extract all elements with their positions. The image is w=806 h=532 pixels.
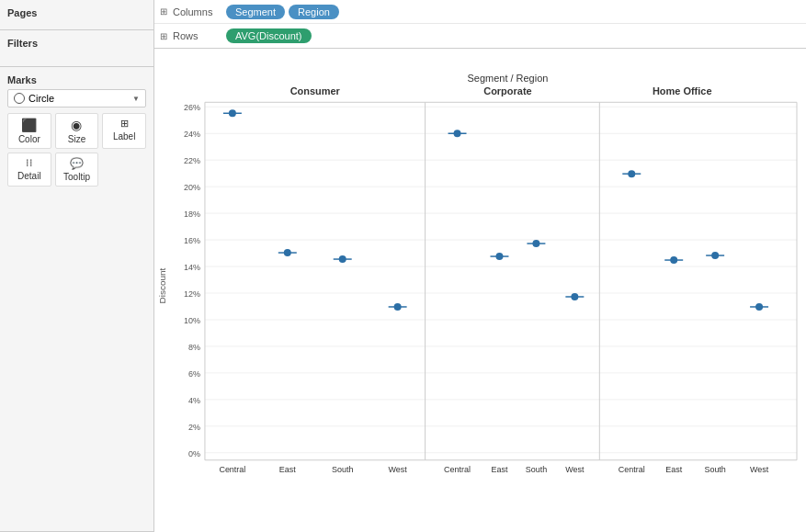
circle-icon <box>14 93 25 104</box>
dot-ho-central[interactable] <box>628 170 635 177</box>
dot-ho-west[interactable] <box>755 303 763 311</box>
xlabel-consumer-west: West <box>388 465 407 474</box>
dot-ho-east[interactable] <box>670 256 677 264</box>
rows-label: Rows <box>173 30 219 41</box>
y-26: 26% <box>184 103 200 112</box>
y-22: 22% <box>184 156 200 165</box>
label-icon: ⊞ <box>120 118 129 130</box>
columns-grid-icon: ⊞ <box>160 6 167 17</box>
columns-row: ⊞ Columns Segment Region <box>154 0 806 24</box>
rows-row: ⊞ Rows AVG(Discount) <box>154 24 806 48</box>
marks-type-dropdown[interactable]: Circle ▼ <box>7 89 146 108</box>
y-16: 16% <box>184 236 200 245</box>
marks-section: Marks Circle ▼ ⬛ Color ◉ Size ⊞ Label ⁞⁞ <box>0 67 153 532</box>
xlabel-corporate-south: South <box>526 465 547 474</box>
y-24: 24% <box>184 130 200 139</box>
filters-section: Filters <box>0 30 153 67</box>
color-label: Color <box>18 134 40 144</box>
xlabel-corporate-west: West <box>565 465 585 474</box>
marks-type-label: Circle <box>28 93 54 104</box>
y-20: 20% <box>184 183 200 192</box>
dot-corporate-south[interactable] <box>532 240 539 247</box>
detail-label: Detail <box>17 171 41 181</box>
chart-title: Segment / Region <box>468 73 549 84</box>
dot-corporate-east[interactable] <box>495 253 503 260</box>
y-8: 8% <box>188 343 200 352</box>
marks-title: Marks <box>7 74 146 85</box>
xlabel-corporate-central: Central <box>444 465 471 474</box>
tooltip-icon: 💬 <box>70 157 84 170</box>
region-pill[interactable]: Region <box>289 5 339 19</box>
segment-corporate: Corporate <box>483 85 531 96</box>
xlabel-consumer-south: South <box>332 465 353 474</box>
dot-consumer-east[interactable] <box>284 249 291 256</box>
size-button[interactable]: ◉ Size <box>55 113 99 149</box>
y-6: 6% <box>188 369 200 379</box>
header-rows: ⊞ Columns Segment Region ⊞ Rows AVG(Disc… <box>154 0 806 49</box>
color-icon: ⬛ <box>21 118 37 132</box>
segment-pill[interactable]: Segment <box>226 5 285 19</box>
rows-grid-icon: ⊞ <box>160 31 167 41</box>
right-area: ⊞ Columns Segment Region ⊞ Rows AVG(Disc… <box>154 0 806 532</box>
pages-section: Pages <box>0 0 153 30</box>
size-label: Size <box>68 134 85 144</box>
dot-corporate-central[interactable] <box>454 130 461 137</box>
marks-grid: ⬛ Color ◉ Size ⊞ Label ⁞⁞ Detail 💬 Toolt… <box>7 113 146 187</box>
xlabel-corporate-east: East <box>491 465 507 474</box>
dot-consumer-central[interactable] <box>229 109 236 117</box>
avg-discount-pill[interactable]: AVG(Discount) <box>226 28 312 43</box>
y-12: 12% <box>184 289 200 299</box>
tooltip-label: Tooltip <box>63 172 90 182</box>
label-label: Label <box>113 131 135 141</box>
pages-title: Pages <box>7 7 146 18</box>
size-icon: ◉ <box>71 118 82 132</box>
y-0: 0% <box>188 449 200 458</box>
y-axis-label: Discount <box>157 267 167 303</box>
xlabel-ho-east: East <box>665 465 682 474</box>
y-14: 14% <box>184 263 200 272</box>
dot-corporate-west[interactable] <box>571 293 578 300</box>
chart-svg: Segment / Region Consumer Corporate Home… <box>154 49 806 532</box>
dot-ho-south[interactable] <box>711 252 719 259</box>
xlabel-ho-central: Central <box>619 465 645 474</box>
chart-container: Segment / Region Consumer Corporate Home… <box>154 49 806 532</box>
dot-consumer-west[interactable] <box>394 303 402 311</box>
label-button[interactable]: ⊞ Label <box>102 113 146 149</box>
detail-button[interactable]: ⁞⁞ Detail <box>7 153 51 187</box>
y-2: 2% <box>188 423 200 432</box>
color-button[interactable]: ⬛ Color <box>7 113 51 149</box>
detail-icon: ⁞⁞ <box>26 157 33 169</box>
xlabel-ho-west: West <box>750 465 769 474</box>
y-18: 18% <box>184 209 200 219</box>
left-panel: Pages Filters Marks Circle ▼ ⬛ Color ◉ S… <box>0 0 154 532</box>
columns-label: Columns <box>173 6 219 17</box>
dropdown-arrow-icon: ▼ <box>132 95 140 103</box>
segment-homeoffice: Home Office <box>653 85 712 96</box>
tooltip-button[interactable]: 💬 Tooltip <box>55 153 99 187</box>
y-4: 4% <box>188 396 200 405</box>
y-10: 10% <box>184 316 200 325</box>
segment-consumer: Consumer <box>290 85 341 96</box>
dot-consumer-south[interactable] <box>339 255 346 263</box>
filters-title: Filters <box>7 38 146 49</box>
xlabel-consumer-central: Central <box>219 465 245 474</box>
xlabel-ho-south: South <box>704 465 725 474</box>
xlabel-consumer-east: East <box>279 465 296 474</box>
